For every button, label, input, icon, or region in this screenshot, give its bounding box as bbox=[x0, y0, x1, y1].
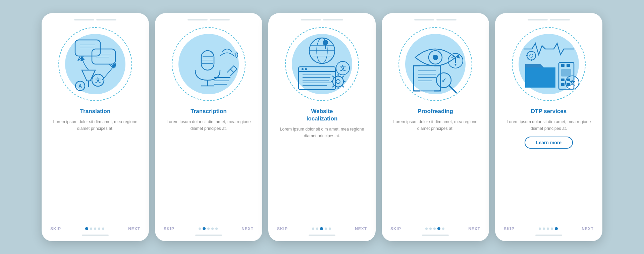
next-label-1[interactable]: NEXT bbox=[128, 226, 140, 231]
bottom-line-4 bbox=[422, 235, 449, 236]
cards-container: 文 A Translation Lorem ipsum dolor sit di… bbox=[42, 13, 602, 241]
dot-3-2 bbox=[316, 227, 318, 230]
svg-line-48 bbox=[332, 76, 334, 78]
card-website-localization: 文 Website localization Lorem ipsum dolor… bbox=[268, 13, 376, 241]
card-title-proofreading: Proofreading bbox=[418, 108, 453, 115]
svg-text:A: A bbox=[78, 83, 82, 89]
dot-1-5 bbox=[102, 227, 104, 230]
next-label-3[interactable]: NEXT bbox=[355, 226, 367, 231]
next-label-2[interactable]: NEXT bbox=[241, 226, 254, 231]
card-desc-dtp: Lorem ipsum dolor sit dim amet, mea regi… bbox=[501, 118, 596, 132]
dot-2-2 bbox=[203, 227, 206, 230]
card-title-website: Website localization bbox=[307, 108, 338, 122]
next-label-5[interactable]: NEXT bbox=[582, 226, 594, 231]
svg-line-51 bbox=[332, 86, 334, 87]
illustration-proofreading: ✓ bbox=[395, 24, 476, 104]
dot-3-1 bbox=[312, 227, 314, 230]
skip-label-4[interactable]: SKIP bbox=[390, 226, 401, 231]
dot-5-5 bbox=[555, 227, 558, 230]
svg-text:✓: ✓ bbox=[441, 77, 446, 84]
svg-point-21 bbox=[218, 45, 236, 64]
top-bar-line bbox=[323, 19, 343, 20]
bottom-line-2 bbox=[195, 235, 222, 236]
card-proofreading: ✓ Proofreading Lorem ipsum dolor sit dim… bbox=[382, 13, 489, 241]
svg-point-55 bbox=[433, 55, 438, 60]
dot-5-2 bbox=[543, 227, 545, 230]
svg-rect-33 bbox=[299, 67, 335, 90]
bottom-line-3 bbox=[309, 235, 335, 236]
dots-row-5 bbox=[539, 227, 558, 230]
dot-3-4 bbox=[325, 227, 327, 230]
card-title-dtp: DTP services bbox=[531, 108, 567, 115]
illustration-translation: 文 A bbox=[55, 24, 136, 104]
svg-rect-4 bbox=[92, 49, 115, 64]
card-bottom-proofreading: SKIP NEXT bbox=[388, 226, 483, 231]
bottom-line-1 bbox=[82, 235, 109, 236]
dot-1-2 bbox=[90, 227, 92, 230]
svg-line-49 bbox=[342, 86, 344, 87]
top-bar-3 bbox=[274, 19, 370, 20]
svg-rect-71 bbox=[561, 79, 565, 81]
top-bar-line bbox=[550, 19, 570, 20]
svg-rect-69 bbox=[567, 64, 570, 67]
dot-5-3 bbox=[547, 227, 549, 230]
card-dtp-services: 文 DTP services Lorem ipsum dolor sit dim… bbox=[495, 13, 602, 241]
svg-text:文: 文 bbox=[95, 77, 101, 83]
skip-label-5[interactable]: SKIP bbox=[504, 226, 515, 231]
card-bottom-translation: SKIP NEXT bbox=[48, 226, 143, 231]
top-bar-1 bbox=[48, 19, 143, 20]
transcription-icon bbox=[175, 31, 242, 98]
svg-rect-70 bbox=[561, 69, 571, 77]
dot-1-4 bbox=[98, 227, 100, 230]
top-bar-5 bbox=[501, 19, 596, 20]
dot-3-5 bbox=[329, 227, 331, 230]
dot-1-1 bbox=[85, 227, 88, 230]
dot-2-3 bbox=[207, 227, 210, 230]
translation-icon: 文 A bbox=[62, 31, 129, 98]
dots-row-2 bbox=[199, 227, 218, 230]
card-bottom-dtp: SKIP NEXT bbox=[501, 226, 596, 231]
card-bottom-transcription: SKIP NEXT bbox=[161, 226, 256, 231]
svg-point-35 bbox=[302, 68, 304, 70]
top-bar-line bbox=[301, 19, 321, 20]
top-bar-line bbox=[436, 19, 457, 20]
illustration-transcription bbox=[168, 24, 249, 104]
learn-more-button[interactable]: Learn more bbox=[525, 137, 573, 149]
dot-4-1 bbox=[425, 227, 428, 230]
card-desc-translation: Lorem ipsum dolor sit dim amet, mea regi… bbox=[48, 118, 143, 132]
svg-point-32 bbox=[323, 40, 328, 45]
card-desc-proofreading: Lorem ipsum dolor sit dim amet, mea regi… bbox=[388, 118, 483, 132]
svg-point-36 bbox=[305, 68, 307, 70]
dots-row-3 bbox=[312, 227, 331, 230]
svg-line-50 bbox=[342, 76, 344, 78]
dot-2-5 bbox=[215, 227, 218, 230]
card-desc-transcription: Lorem ipsum dolor sit dim amet, mea regi… bbox=[161, 118, 256, 132]
dots-row-1 bbox=[85, 227, 104, 230]
top-bar-line bbox=[187, 19, 208, 20]
top-bar-line bbox=[210, 19, 230, 20]
card-translation: 文 A Translation Lorem ipsum dolor sit di… bbox=[42, 13, 149, 241]
top-bar-2 bbox=[161, 19, 256, 20]
dot-5-4 bbox=[551, 227, 553, 230]
svg-line-25 bbox=[227, 69, 230, 72]
illustration-dtp: 文 bbox=[508, 24, 589, 104]
top-bar-line bbox=[414, 19, 434, 20]
dot-4-5 bbox=[442, 227, 444, 230]
card-title-translation: Translation bbox=[80, 108, 111, 115]
skip-label-1[interactable]: SKIP bbox=[50, 226, 61, 231]
svg-point-65 bbox=[455, 64, 457, 65]
svg-rect-73 bbox=[561, 83, 565, 86]
svg-text:文: 文 bbox=[570, 80, 575, 86]
top-bar-4 bbox=[388, 19, 483, 20]
dot-4-3 bbox=[433, 227, 436, 230]
dot-2-4 bbox=[211, 227, 214, 230]
top-bar-line bbox=[74, 19, 94, 20]
skip-label-3[interactable]: SKIP bbox=[277, 226, 288, 231]
dot-3-3 bbox=[320, 227, 323, 230]
next-label-4[interactable]: NEXT bbox=[468, 226, 480, 231]
skip-label-2[interactable]: SKIP bbox=[164, 226, 174, 231]
top-bar-line bbox=[96, 19, 116, 20]
dot-1-3 bbox=[94, 227, 96, 230]
dot-4-4 bbox=[437, 227, 440, 230]
svg-point-42 bbox=[333, 76, 343, 87]
